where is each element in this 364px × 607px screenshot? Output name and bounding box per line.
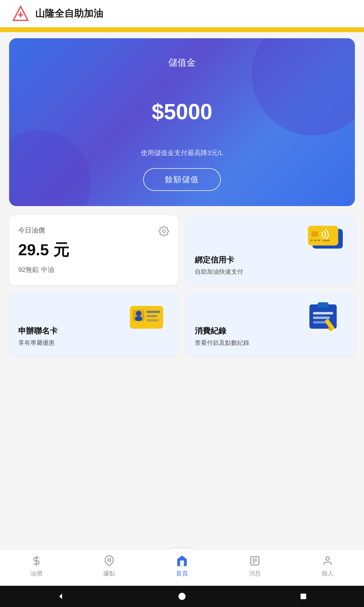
cards-grid-row2: 申辦聯名卡 享有專屬優惠 消費紀錄 — [9, 292, 355, 356]
record-subtitle: 查看付款及點數紀錄 — [195, 339, 346, 347]
membership-subtitle: 享有專屬優惠 — [18, 339, 169, 347]
nav-item-home[interactable]: 首頁 — [146, 555, 218, 578]
android-nav-bar — [0, 586, 364, 607]
main-content: 儲值金 $5000 使用儲值金支付最高降3元/L 餘額儲值 今日油價 29.5 … — [0, 32, 364, 549]
nav-label-location: 據點 — [103, 569, 115, 578]
membership-icon — [128, 300, 171, 334]
svg-point-13 — [136, 311, 141, 316]
svg-point-3 — [163, 230, 165, 233]
balance-label: 儲值金 — [168, 56, 196, 69]
svg-rect-20 — [313, 312, 333, 314]
svg-point-31 — [326, 557, 329, 561]
location-icon — [103, 555, 115, 567]
header: 山隆全自助加油 — [0, 0, 364, 27]
credit-card-subtitle: 自助加油快速支付 — [195, 268, 346, 276]
svg-rect-17 — [147, 319, 159, 321]
nav-item-news[interactable]: 消息 — [218, 555, 291, 578]
back-button[interactable] — [55, 591, 66, 602]
settings-icon[interactable] — [158, 226, 169, 237]
record-card[interactable]: 消費紀錄 查看付款及點數紀錄 — [186, 292, 355, 356]
svg-rect-8 — [314, 239, 316, 241]
person-icon — [322, 555, 334, 567]
balance-card: 儲值金 $5000 使用儲值金支付最高降3元/L 餘額儲值 — [9, 38, 355, 206]
svg-rect-7 — [310, 239, 313, 241]
svg-rect-10 — [323, 239, 330, 241]
cards-grid-row1: 今日油價 29.5 元 92無鉛 中油 — [9, 215, 355, 285]
svg-rect-34 — [301, 594, 306, 599]
news-icon — [249, 555, 261, 567]
yellow-accent-bar — [0, 27, 364, 32]
svg-point-14 — [135, 316, 142, 321]
nav-label-home: 首頁 — [176, 569, 188, 578]
svg-rect-9 — [318, 239, 320, 241]
nav-item-location[interactable]: 據點 — [73, 555, 146, 578]
home-button[interactable] — [177, 591, 187, 602]
app-title: 山隆全自助加油 — [35, 7, 103, 20]
svg-marker-32 — [59, 594, 62, 599]
balance-amount: $5000 — [152, 99, 212, 124]
balance-hint: 使用儲值金支付最高降3元/L — [141, 148, 224, 158]
nav-label-profile: 個人 — [322, 569, 334, 578]
svg-rect-6 — [312, 231, 318, 237]
svg-rect-21 — [313, 317, 330, 319]
nav-label-news: 消息 — [249, 569, 261, 578]
recharge-button[interactable]: 餘額儲值 — [143, 168, 221, 191]
svg-point-33 — [178, 593, 185, 600]
bottom-navigation: 油價 據點 首頁 消息 — [0, 549, 364, 586]
credit-card-icon — [305, 223, 347, 257]
nav-item-profile[interactable]: 個人 — [291, 555, 364, 578]
nav-label-oil-price: 油價 — [30, 569, 42, 578]
recent-button[interactable] — [298, 591, 309, 602]
dollar-icon — [30, 555, 42, 567]
oil-price-type: 92無鉛 中油 — [18, 265, 169, 274]
oil-price-card: 今日油價 29.5 元 92無鉛 中油 — [9, 215, 178, 285]
svg-rect-19 — [318, 302, 329, 308]
oil-price-value: 29.5 元 — [18, 239, 169, 261]
svg-rect-15 — [147, 311, 160, 313]
svg-rect-22 — [313, 321, 327, 324]
record-icon — [305, 300, 347, 334]
app-logo-icon — [12, 5, 29, 22]
home-icon — [176, 555, 188, 567]
oil-price-section-label: 今日油價 — [18, 226, 169, 235]
credit-card-feature-card[interactable]: 綁定信用卡 自助加油快速支付 — [186, 215, 355, 285]
svg-rect-16 — [147, 315, 157, 317]
membership-card[interactable]: 申辦聯名卡 享有專屬優惠 — [9, 292, 178, 356]
nav-item-oil-price[interactable]: 油價 — [0, 555, 73, 578]
svg-point-26 — [108, 559, 111, 561]
